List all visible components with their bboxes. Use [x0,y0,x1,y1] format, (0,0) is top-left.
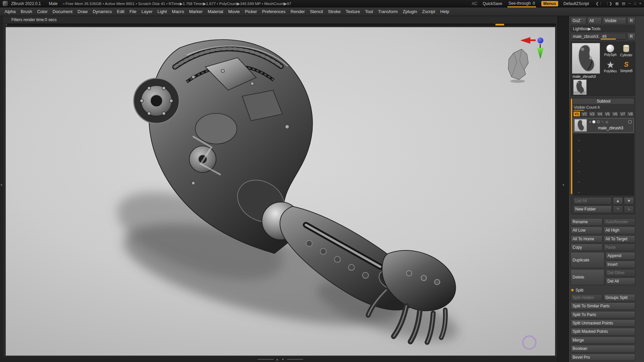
subtool-dropdown-icon[interactable]: ▾ [589,120,591,124]
collapse-right-tray-icon[interactable]: ◂ [558,183,569,186]
scroll-up-icon[interactable]: ▲ [276,358,279,361]
tab-v5[interactable]: V5 [604,111,611,117]
menu-item-help[interactable]: Help [438,8,452,15]
menu-item-stroke[interactable]: Stroke [325,8,343,15]
menus-toggle-button[interactable]: Menus [541,1,558,6]
menu-item-draw[interactable]: Draw [75,8,90,15]
menu-item-picker[interactable]: Picker [243,8,260,15]
active-tool-thumbnail[interactable] [572,43,600,74]
groups-split-button[interactable]: Groups Split [603,294,635,301]
goz-visible-button[interactable]: Visible [603,17,626,24]
split-unmasked-points-button[interactable]: Split Unmasked Points [571,319,635,327]
canvas-scrollbar-horizontal[interactable] [5,23,556,26]
paste-button[interactable]: Paste [603,244,635,251]
menu-item-brush[interactable]: Brush [18,8,35,15]
goz-all-button[interactable]: All [587,17,602,24]
solo-visibility-icon[interactable] [597,120,600,123]
tray-collapse-right-icon[interactable]: ⋮❯ [605,1,612,6]
move-out-of-folder-icon[interactable]: ↰ [613,205,623,213]
restore-configuration-button[interactable]: R [627,17,635,24]
canvas-bottom-scrollbar[interactable]: ▲ ▼ [3,357,557,362]
quicksave-button[interactable]: QuickSave [483,1,502,6]
menu-item-zscript[interactable]: Zscript [420,8,438,15]
all-low-button[interactable]: All Low [571,227,602,234]
subtool-list-item[interactable]: ▾ ✎ ▣ male_zbrush3 [573,118,634,133]
menu-item-color[interactable]: Color [35,8,50,15]
menu-item-layer[interactable]: Layer [139,8,155,15]
menu-item-marker[interactable]: Marker [186,8,205,15]
menu-item-movie[interactable]: Movie [226,8,243,15]
menu-item-edit[interactable]: Edit [114,8,127,15]
subtool-move-up-button[interactable]: ▲ [613,197,623,204]
see-through-slider[interactable]: See-through 0 [507,1,536,6]
tab-v6[interactable]: V6 [611,111,619,117]
rename-button[interactable]: Rename [571,218,602,226]
menu-item-preferences[interactable]: Preferences [260,8,288,15]
minimize-button[interactable]: ─ [628,1,631,6]
tab-v3[interactable]: V3 [589,111,596,117]
menu-item-texture[interactable]: Texture [343,8,363,15]
lightbox-tools-bar[interactable]: Lightbox▶Tools [571,25,635,32]
goz-button[interactable]: GoZ [571,17,586,24]
left-tray-divider[interactable]: ▸ [0,16,3,362]
del-all-button[interactable]: Del All [605,278,635,285]
menu-item-dynamics[interactable]: Dynamics [90,8,114,15]
menu-item-zplugin[interactable]: Zplugin [400,8,420,15]
tab-v7[interactable]: V7 [619,111,626,117]
active-tool-slider[interactable]: male_zbrush3. 49 [571,33,626,40]
subtool-header[interactable]: Subtool [573,99,634,104]
ac-button[interactable]: AC [472,1,477,6]
recent-tool-thumbnail[interactable]: male_zb [573,79,587,95]
menu-item-material[interactable]: Material [205,8,226,15]
tool-preset-cylinder[interactable]: Cylinder [619,45,634,60]
split-section-header[interactable]: Split [571,286,635,294]
uv-map-icon[interactable]: ▣ [605,120,608,124]
tray-collapse-left-icon[interactable]: ❮⋮ [596,1,602,6]
split-to-parts-button[interactable]: Split To Parts [571,311,635,318]
tab-v8[interactable]: V8 [627,111,634,117]
scroll-down-icon[interactable]: ▼ [282,358,285,361]
tool-r-button[interactable]: R [627,33,635,40]
append-button[interactable]: Append [605,252,635,259]
scrollbar-handle[interactable] [495,24,504,25]
all-to-home-button[interactable]: All To Home [571,235,602,243]
menu-item-alpha[interactable]: Alpha [2,8,18,15]
menu-item-stencil[interactable]: Stencil [307,8,325,15]
close-button[interactable]: × [639,1,641,6]
menu-item-render[interactable]: Render [288,8,308,15]
tool-preset-simplebrush[interactable]: S SimpleB [619,61,634,76]
open-left-tray-icon[interactable]: ▸ [0,183,3,186]
window-grid-icon[interactable]: ▦ [615,1,619,6]
split-hidden-button[interactable]: Split Hidden [571,294,602,301]
move-into-folder-icon[interactable]: ↳ [624,205,634,213]
eye-visibility-icon[interactable] [592,120,595,123]
tool-preset-polymesh3d[interactable]: PolyMes [603,61,618,76]
default-zscript-button[interactable]: DefaultZScript [564,1,589,6]
split-masked-points-button[interactable]: Split Masked Points [571,328,635,335]
tab-v1[interactable]: V1 [573,111,580,117]
window-layout-icon[interactable]: ▤ [622,1,625,6]
menu-item-transform[interactable]: Transform [376,8,400,15]
duplicate-button[interactable]: Duplicate [571,252,604,268]
all-high-button[interactable]: All High [603,227,635,234]
merge-button[interactable]: Merge [571,337,635,344]
polypaint-icon[interactable]: ✎ [601,120,604,124]
new-folder-button[interactable]: New Folder [573,205,612,213]
menu-item-light[interactable]: Light [155,8,169,15]
restore-button[interactable]: □ [634,1,636,6]
copy-button[interactable]: Copy [571,244,602,251]
subtool-move-down-button[interactable]: ▼ [624,197,634,204]
bevel-pro-button[interactable]: Bevel Pro [571,354,635,361]
del-other-button[interactable]: Del Other [605,269,635,277]
menu-item-file[interactable]: File [127,8,139,15]
tab-v2[interactable]: V2 [581,111,588,117]
delete-button[interactable]: Delete [571,269,604,285]
boolean-button[interactable]: Boolean [571,345,635,352]
menu-item-document[interactable]: Document [50,8,75,15]
subtool-options-icon[interactable] [628,120,632,124]
visible-count-slider[interactable]: Visible Count 6 [573,105,634,111]
all-to-target-button[interactable]: All To Target [603,235,635,243]
autoreorder-button[interactable]: AutoReorder [603,218,635,226]
right-tray-divider[interactable]: ◂ [557,16,569,362]
viewport[interactable] [5,27,555,356]
